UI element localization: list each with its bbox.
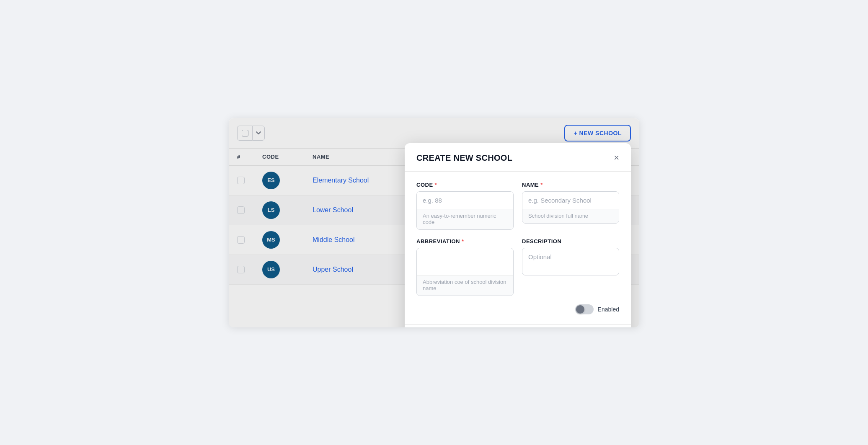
name-label: NAME * [522,182,619,188]
name-input-wrapper: School division full name [522,191,619,224]
form-group-name: NAME * School division full name [522,182,619,230]
code-required-star: * [435,182,437,188]
modal-header: CREATE NEW SCHOOL × [405,143,631,172]
toggle-label: Enabled [598,306,619,313]
form-group-code: CODE * An easy-to-remember numeric code [416,182,514,230]
abbreviation-input[interactable] [417,248,513,273]
abbreviation-hint: Abbreviation coe of school division name [417,275,513,296]
code-hint: An easy-to-remember numeric code [417,209,513,229]
modal-title: CREATE NEW SCHOOL [416,153,512,163]
form-group-abbreviation: ABBREVIATION * Abbreviation coe of schoo… [416,238,514,296]
modal-overlay: CREATE NEW SCHOOL × CODE * An easy-to-re… [229,118,639,327]
form-row-2: ABBREVIATION * Abbreviation coe of schoo… [416,238,619,296]
code-label: CODE * [416,182,514,188]
description-input[interactable] [522,248,619,273]
main-screen: + NEW SCHOOL # CODE NAME ES Elementary S… [229,118,639,327]
code-input-wrapper: An easy-to-remember numeric code [416,191,514,230]
name-input[interactable] [522,192,619,209]
create-school-modal: CREATE NEW SCHOOL × CODE * An easy-to-re… [405,143,631,327]
name-hint: School division full name [522,209,619,223]
modal-footer: Close Submit [405,324,631,327]
modal-close-button[interactable]: × [614,153,619,162]
abbreviation-label: ABBREVIATION * [416,238,514,244]
code-input[interactable] [417,192,513,209]
form-group-description: DESCRIPTION [522,238,619,296]
description-label: DESCRIPTION [522,238,619,244]
name-required-star: * [540,182,543,188]
abbreviation-required-star: * [462,238,464,244]
abbreviation-input-wrapper: Abbreviation coe of school division name [416,248,514,296]
form-row-1: CODE * An easy-to-remember numeric code … [416,182,619,230]
toggle-row: Enabled [416,304,619,314]
modal-body: CODE * An easy-to-remember numeric code … [405,172,631,324]
enabled-toggle[interactable] [575,304,594,314]
toggle-knob [576,305,584,314]
description-input-wrapper [522,248,619,275]
